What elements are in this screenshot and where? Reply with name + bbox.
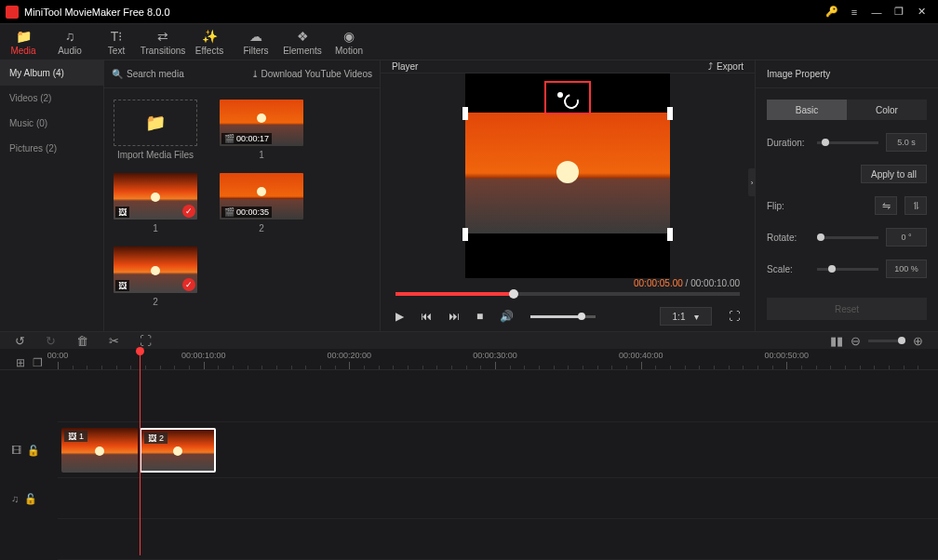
folder-plus-icon: 📁 (145, 113, 166, 133)
tab-elements[interactable]: ❖Elements (279, 24, 326, 60)
type-badge: 🖼 (115, 280, 129, 291)
effects-icon: ✨ (202, 29, 218, 44)
duration-label: Duration: (767, 138, 810, 148)
close-button[interactable]: ✕ (910, 4, 932, 20)
export-button[interactable]: ⤴Export (708, 61, 744, 72)
media-item[interactable]: 🎬00:00:17 1 (220, 100, 303, 160)
resize-handle-br[interactable] (667, 228, 673, 241)
tab-media[interactable]: 📁Media (0, 24, 47, 60)
resize-handle-tl[interactable] (462, 107, 468, 120)
player-progress: 00:00:05.00 / 00:00:10.00 ▶ ⏮ ⏭ ■ 🔊 1:1▾… (381, 278, 755, 331)
tab-effects[interactable]: ✨Effects (186, 24, 233, 60)
chevron-down-icon: ▾ (694, 312, 699, 322)
timeline-clip-selected[interactable]: 🖼2 (140, 428, 216, 473)
download-label: Download YouTube Videos (261, 69, 372, 79)
tab-label: Transitions (141, 46, 186, 56)
collapse-properties[interactable]: › (748, 168, 756, 196)
duration-slider[interactable] (817, 141, 878, 144)
apply-to-all-button[interactable]: Apply to all (861, 165, 927, 183)
crop-button[interactable]: ⛶ (140, 334, 152, 348)
rotate-value[interactable]: 0 ° (886, 228, 927, 247)
preview-canvas[interactable] (465, 73, 670, 278)
maximize-button[interactable]: ❐ (888, 4, 910, 20)
audio-track[interactable]: ♫🔓 (58, 478, 938, 519)
timeline-zoom: ▮▮ ⊖ ⊕ (830, 334, 923, 348)
next-frame-button[interactable]: ⏭ (449, 310, 460, 323)
duration-value[interactable]: 5.0 s (886, 133, 927, 152)
library-item-videos[interactable]: Videos (2) (0, 86, 103, 111)
seek-bar[interactable] (395, 292, 740, 296)
resize-handle-bl[interactable] (462, 228, 468, 241)
duration-badge: 🎬00:00:35 (221, 207, 272, 218)
zoom-slider[interactable] (868, 340, 905, 342)
delete-button[interactable]: 🗑 (76, 334, 88, 348)
fit-button[interactable]: ▮▮ (830, 334, 843, 348)
player-stage[interactable] (381, 73, 755, 278)
tab-motion[interactable]: ◉Motion (326, 24, 372, 60)
reset-button[interactable]: Reset (767, 298, 927, 320)
image-icon: 🖼 (148, 433, 156, 443)
rotate-row: Rotate: 0 ° (767, 228, 927, 247)
stop-button[interactable]: ■ (476, 310, 483, 323)
tab-text[interactable]: T⁝Text (93, 24, 140, 60)
preview-image[interactable] (465, 113, 670, 233)
zoom-out-button[interactable]: ⊖ (851, 334, 861, 348)
video-track-icon[interactable]: 🎞 (11, 444, 21, 456)
properties-header: Image Property (756, 60, 938, 88)
tab-filters[interactable]: ☁Filters (233, 24, 279, 60)
type-badge: 🖼 (115, 207, 129, 218)
text-icon: T⁝ (111, 29, 123, 44)
timeline-clip[interactable]: 🖼1 (61, 428, 138, 473)
key-icon[interactable]: 🔑 (821, 4, 843, 20)
add-track-icon[interactable]: ⊞ (16, 356, 25, 369)
rotate-handle[interactable] (544, 81, 591, 114)
zoom-in-button[interactable]: ⊕ (913, 334, 923, 348)
playhead[interactable] (140, 349, 141, 555)
undo-button[interactable]: ↺ (15, 334, 25, 348)
audio-track-icon[interactable]: ♫ (11, 492, 19, 504)
library-item-pictures[interactable]: Pictures (2) (0, 136, 103, 161)
ratio-value: 1:1 (673, 312, 686, 322)
scale-value[interactable]: 100 % (886, 260, 927, 278)
resize-handle-tr[interactable] (667, 107, 673, 120)
media-item[interactable]: 🎬00:00:35 2 (220, 173, 303, 233)
volume-icon[interactable]: 🔊 (500, 310, 514, 323)
flip-horizontal-button[interactable]: ⇋ (875, 196, 897, 215)
rotate-label: Rotate: (767, 233, 810, 243)
import-media-cell[interactable]: 📁 Import Media Files (114, 100, 197, 160)
tab-basic[interactable]: Basic (767, 100, 847, 120)
video-track[interactable]: 🎞🔓 🖼1 🖼2 (58, 422, 938, 478)
search-icon: 🔍 (112, 69, 123, 79)
library-item-music[interactable]: Music (0) (0, 111, 103, 136)
prev-frame-button[interactable]: ⏮ (421, 310, 432, 323)
tab-color[interactable]: Color (847, 100, 927, 120)
minimize-button[interactable]: — (865, 4, 888, 20)
scale-slider[interactable] (817, 268, 878, 271)
import-label: Import Media Files (117, 150, 194, 160)
volume-slider[interactable] (530, 315, 596, 318)
fullscreen-button[interactable]: ⛶ (729, 310, 740, 323)
track-spacer (58, 370, 938, 422)
lock-icon[interactable]: 🔓 (27, 444, 40, 456)
media-item[interactable]: 🖼 ✓ 2 (114, 247, 197, 307)
timeline-ruler[interactable]: ⊞ ❐ 00:0000:00:10:0000:00:20:0000:00:30:… (0, 349, 938, 370)
split-button[interactable]: ✂ (109, 334, 119, 348)
media-item[interactable]: 🖼 ✓ 1 (114, 173, 197, 233)
library-item-my-album[interactable]: My Album (4) (0, 60, 103, 86)
lock-icon[interactable]: 🔓 (24, 492, 37, 504)
redo-button[interactable]: ↻ (46, 334, 56, 348)
tab-transitions[interactable]: ⇄Transitions (140, 24, 186, 60)
tab-label: Elements (283, 46, 322, 56)
image-icon: 🖼 (118, 207, 127, 217)
tracks-icon[interactable]: ❐ (33, 356, 43, 369)
tab-audio[interactable]: ♫Audio (47, 24, 93, 60)
main-row: My Album (4) Videos (2) Music (0) Pictur… (0, 60, 938, 331)
aspect-ratio-select[interactable]: 1:1▾ (660, 307, 712, 326)
download-youtube[interactable]: ⤓ Download YouTube Videos (251, 69, 372, 79)
menu-icon[interactable]: ≡ (843, 4, 865, 20)
tab-label: Audio (58, 46, 82, 56)
rotate-slider[interactable] (817, 236, 878, 239)
play-button[interactable]: ▶ (395, 310, 404, 323)
search-media[interactable]: 🔍Search media (112, 69, 184, 79)
flip-vertical-button[interactable]: ⥮ (904, 196, 927, 215)
